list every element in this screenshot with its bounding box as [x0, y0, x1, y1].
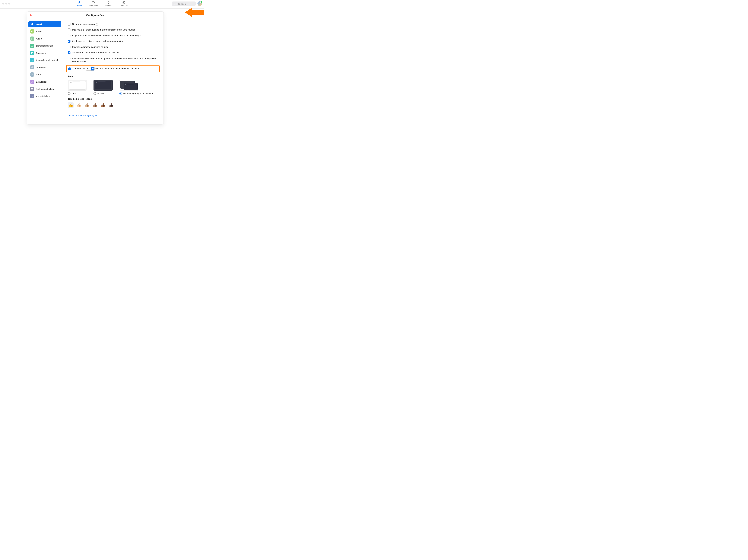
clock-icon — [107, 1, 110, 4]
theme-preview-dark — [93, 79, 113, 91]
headphones-icon — [30, 37, 34, 41]
theme-preview-light — [68, 79, 87, 91]
skin-tone-option[interactable]: 👍🏽 — [92, 102, 98, 108]
chat-icon — [30, 51, 34, 55]
help-icon[interactable]: ? — [96, 23, 98, 26]
theme-label: Claro — [72, 92, 77, 95]
sidebar-item-label: Compartilhar tela — [36, 45, 53, 47]
option-copy-link: Copiar automaticamente o link do convite… — [68, 34, 159, 37]
sidebar-item-label: Plano de fundo virtual — [36, 59, 58, 62]
sidebar-item-accessibility[interactable]: Acessibilidade — [28, 93, 61, 99]
theme-option-dark[interactable]: Escuro — [93, 79, 113, 95]
stats-icon — [30, 79, 34, 84]
skin-tone-title: Tom de pele de reação — [68, 97, 159, 100]
highlighted-reminder-option: Lembrar-me minutos antes de minhas próxi… — [66, 65, 160, 72]
more-link-label: Visualizar mais configurações — [68, 114, 97, 117]
sidebar-item-profile[interactable]: Perfil — [28, 71, 61, 78]
video-icon — [30, 29, 34, 33]
nav-contacts[interactable]: Contatos — [120, 1, 127, 8]
theme-label: Escuro — [97, 92, 104, 95]
callout-arrow — [185, 7, 204, 18]
svg-point-22 — [32, 95, 32, 96]
sidebar-item-recording[interactable]: Gravando — [28, 64, 61, 70]
svg-point-10 — [32, 60, 32, 60]
search-placeholder: Pesquisa — [177, 3, 186, 5]
search-icon — [173, 3, 176, 5]
option-menubar: Adicionar o Zoom à barra de menus do mac… — [68, 51, 159, 54]
option-label: Pedir que eu confirme quando sair de uma… — [72, 40, 123, 43]
svg-point-3 — [123, 2, 124, 3]
skin-tone-option[interactable]: 👍🏼 — [84, 102, 90, 108]
sidebar-item-label: Atalhos do teclado — [36, 88, 54, 90]
svg-point-4 — [174, 3, 175, 4]
option-label: Usar monitores duplos — [72, 23, 95, 25]
theme-preview-system — [119, 79, 138, 91]
profile-avatar[interactable] — [197, 1, 202, 6]
sidebar-item-statistics[interactable]: Estatísticas — [28, 78, 61, 85]
option-label: Maximizar a janela quando iniciar ou ing… — [72, 28, 135, 31]
checkbox-copy-link[interactable] — [68, 34, 70, 37]
stepper-arrows-icon[interactable] — [91, 67, 94, 70]
sidebar-item-video[interactable]: Vídeo — [28, 28, 61, 34]
search-input[interactable]: Pesquisa — [172, 1, 196, 6]
sidebar-item-shortcuts[interactable]: Atalhos do teclado — [28, 86, 61, 92]
settings-title: Configurações — [86, 14, 104, 17]
svg-rect-14 — [31, 82, 32, 83]
radio-theme-light[interactable] — [68, 92, 70, 95]
settings-sidebar: Geral Vídeo Áudio Compartilhar tela Bate… — [27, 19, 63, 124]
window-close-button[interactable] — [30, 14, 31, 16]
svg-marker-5 — [185, 8, 204, 17]
checkbox-confirm-leave[interactable] — [68, 40, 70, 43]
radio-theme-system[interactable] — [119, 92, 122, 95]
theme-option-light[interactable]: Claro — [68, 79, 87, 95]
svg-rect-16 — [32, 81, 33, 83]
checkbox-dual-monitors[interactable] — [68, 23, 70, 26]
skin-tone-option[interactable]: 👍 — [68, 102, 74, 108]
svg-rect-17 — [31, 88, 33, 90]
nav-meetings[interactable]: Reuniões — [105, 1, 113, 8]
sidebar-item-chat[interactable]: Bate-papo — [28, 50, 61, 56]
sidebar-item-label: Áudio — [36, 38, 42, 40]
sidebar-item-general[interactable]: Geral — [28, 21, 61, 27]
checkbox-maximize[interactable] — [68, 28, 70, 31]
view-more-settings-link[interactable]: Visualizar mais configurações — [68, 114, 101, 117]
checkbox-interrupt-av[interactable] — [68, 57, 70, 60]
theme-label: Usar configuração do sistema — [123, 92, 153, 95]
sidebar-item-label: Estatísticas — [36, 80, 48, 83]
nav-home-label: Iniciar — [77, 4, 82, 7]
sidebar-item-share-screen[interactable]: Compartilhar tela — [28, 43, 61, 49]
radio-theme-dark[interactable] — [93, 92, 96, 95]
settings-titlebar: Configurações — [27, 11, 164, 19]
nav-home[interactable]: Iniciar — [77, 1, 82, 8]
accessibility-icon — [30, 94, 34, 98]
svg-rect-21 — [32, 89, 32, 89]
option-confirm-leave: Pedir que eu confirme quando sair de uma… — [68, 40, 159, 43]
skin-tone-option[interactable]: 👍🏿 — [108, 102, 114, 108]
checkbox-menubar[interactable] — [68, 51, 70, 54]
skin-tone-options: 👍 👍🏻 👍🏼 👍🏽 👍🏾 👍🏿 — [68, 102, 159, 108]
skin-tone-option[interactable]: 👍🏾 — [100, 102, 106, 108]
theme-options: Claro Escuro Usar configuração do sistem… — [68, 79, 159, 95]
nav-chat[interactable]: Bate-papo — [89, 1, 98, 8]
profile-icon — [30, 72, 34, 77]
gear-icon — [30, 22, 34, 26]
checkbox-show-duration[interactable] — [68, 46, 70, 48]
sidebar-item-label: Acessibilidade — [36, 95, 50, 97]
option-label: Copiar automaticamente o link do convite… — [72, 34, 141, 37]
sidebar-item-label: Geral — [36, 23, 42, 26]
skin-tone-option[interactable]: 👍🏻 — [76, 102, 82, 108]
sidebar-item-virtual-background[interactable]: Plano de fundo virtual — [28, 57, 61, 63]
checkbox-remind[interactable] — [68, 68, 71, 70]
recording-icon — [30, 65, 34, 69]
sidebar-item-audio[interactable]: Áudio — [28, 36, 61, 42]
svg-rect-15 — [32, 81, 32, 83]
svg-point-13 — [32, 74, 32, 74]
settings-content: Usar monitores duplos? Maximizar a janel… — [63, 19, 164, 124]
theme-option-system[interactable]: Usar configuração do sistema — [119, 79, 153, 95]
nav-contacts-label: Contatos — [120, 4, 127, 7]
share-screen-icon — [30, 44, 34, 48]
remind-minutes-input[interactable] — [86, 68, 91, 70]
sidebar-item-label: Vídeo — [36, 30, 42, 33]
svg-rect-7 — [31, 39, 32, 39]
remind-minutes-stepper[interactable] — [86, 67, 95, 71]
